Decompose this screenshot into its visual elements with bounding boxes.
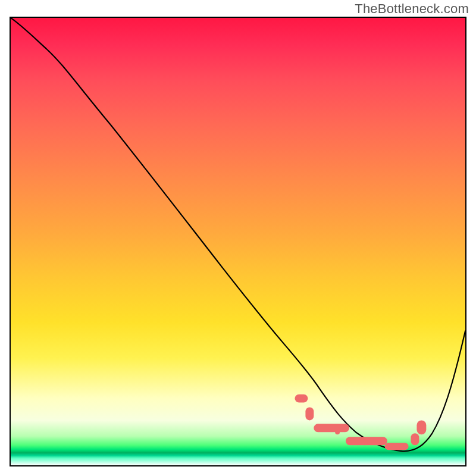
curve-layer — [11, 18, 465, 465]
marker-bar — [314, 424, 349, 432]
marker-dot — [298, 397, 303, 402]
chart-stage: TheBottleneck.com — [0, 0, 476, 476]
plot-frame — [10, 17, 466, 466]
watermark-text: TheBottleneck.com — [355, 1, 469, 17]
marker-bar — [416, 420, 426, 434]
marker-group — [295, 394, 427, 450]
marker-dot — [399, 444, 404, 449]
marker-bar — [411, 433, 419, 445]
marker-bar — [385, 443, 409, 450]
bottleneck-curve — [11, 18, 465, 451]
marker-dot — [335, 430, 340, 434]
marker-dot — [364, 439, 368, 444]
marker-bar — [305, 408, 314, 421]
